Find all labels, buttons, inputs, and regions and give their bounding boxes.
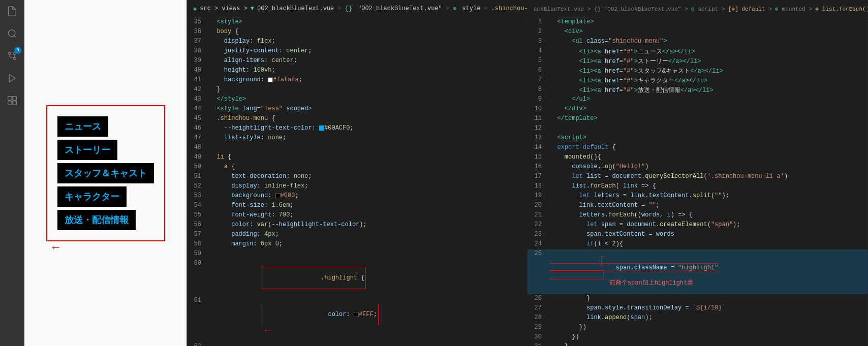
left-editor: ◈ src > views > ▼ 002_blackBlueText.vue … bbox=[187, 0, 528, 346]
menu-label-broadcast: 放送・配信情報 bbox=[65, 215, 129, 225]
table-row: 25 span.className = "highlight" 前两个span加… bbox=[528, 249, 867, 294]
right-code-area[interactable]: 1 <template> 2 <div> 3 <ul class="shinch… bbox=[528, 18, 867, 346]
svg-marker-4 bbox=[9, 75, 15, 82]
menu-item-broadcast: 放送・配信情報 bbox=[57, 210, 136, 230]
table-row: 4 <li><a href="#">ニュース</a></li> bbox=[528, 47, 867, 56]
table-row: 17 let list = document.querySelectorAll(… bbox=[528, 172, 867, 182]
svg-rect-5 bbox=[8, 97, 12, 101]
vue-icon: ◈ bbox=[193, 5, 197, 13]
right-editor-tab[interactable]: ackBlueText.vue > {} "002_blackBlueText.… bbox=[528, 0, 867, 18]
preview-area: ニュース ストーリー スタッフ＆キャスト キャラクター 放送・配信情報 ← bbox=[24, 0, 187, 346]
table-row: 9 </ul> bbox=[528, 95, 867, 105]
svg-rect-8 bbox=[13, 101, 17, 105]
table-row: 59 bbox=[187, 249, 527, 259]
table-row: 37 display: flex; bbox=[187, 37, 527, 47]
red-arrow-down: ← bbox=[52, 241, 59, 255]
menu-label-character: キャラクター bbox=[65, 192, 119, 202]
table-row: 23 span.textContent = words bbox=[528, 230, 867, 240]
table-row: 47 list-style: none; bbox=[187, 134, 527, 143]
left-tab-section: {} bbox=[345, 5, 352, 12]
left-tab-style: style bbox=[458, 5, 480, 12]
table-row: 20 link.textContent = ""; bbox=[528, 201, 867, 211]
table-row: 38 justify-content: center; bbox=[187, 47, 527, 56]
table-row: 58 margin: 6px 0; bbox=[187, 240, 527, 249]
left-tab-file: ▼ bbox=[251, 5, 254, 12]
menu-preview: ニュース ストーリー スタッフ＆キャスト キャラクター 放送・配信情報 ← bbox=[46, 105, 165, 241]
right-editor: ackBlueText.vue > {} "002_blackBlueText.… bbox=[528, 0, 868, 346]
menu-label-news: ニュース bbox=[65, 121, 101, 132]
table-row: 27 span.style.transitionDelay = `${i/10}… bbox=[528, 304, 867, 313]
table-row: 1 <template> bbox=[528, 18, 867, 27]
table-row: 2 <div> bbox=[528, 27, 867, 37]
table-row: 49 li { bbox=[187, 153, 527, 163]
table-row: 16 console.log("Hello!") bbox=[528, 163, 867, 172]
table-row: 56 color: var(--heightlight-text-color); bbox=[187, 221, 527, 230]
table-row: 3 <ul class="shinchou-menu"> bbox=[528, 37, 867, 47]
menu-item-news: ニュース bbox=[57, 116, 108, 137]
left-tab-filename: 002_blackBlueText.vue bbox=[257, 5, 334, 12]
table-row: 41 background: #fafafa; bbox=[187, 76, 527, 85]
run-icon[interactable] bbox=[5, 71, 19, 85]
table-row: 30 }) bbox=[528, 333, 867, 342]
table-row: 12 bbox=[528, 124, 867, 134]
breadcrumb-sep2: > bbox=[446, 5, 449, 12]
menu-item-character: キャラクター bbox=[57, 186, 127, 207]
table-row: 36 body { bbox=[187, 27, 527, 37]
table-row: 15 mounted(){ bbox=[528, 153, 867, 163]
table-row: 42 } bbox=[187, 85, 527, 95]
table-row: 21 letters.forEach((words, i) => { bbox=[528, 211, 867, 221]
table-row: 10 </div> bbox=[528, 105, 867, 114]
preview-panel: ニュース ストーリー スタッフ＆キャスト キャラクター 放送・配信情報 ← bbox=[24, 0, 187, 346]
table-row: 39 align-items: center; bbox=[187, 56, 527, 66]
table-row: 54 font-size: 1.6em; bbox=[187, 201, 527, 211]
table-row: 51 text-decoration: none; bbox=[187, 172, 527, 182]
table-row: 44 <style lang="less" scoped> bbox=[187, 105, 527, 114]
right-tab-path: ackBlueText.vue > {} "002_blackBlueText.… bbox=[534, 6, 867, 12]
breadcrumb-sep3: > bbox=[484, 5, 487, 12]
breadcrumb-sep1: > bbox=[337, 5, 341, 12]
table-row: 5 <li><a href="#">ストーリー</a></li> bbox=[528, 56, 867, 66]
table-row: 8 <li><a href="#">放送・配信情報</a></li> bbox=[528, 85, 867, 95]
table-row: 24 if(i < 2){ bbox=[528, 240, 867, 249]
table-row: 62 } bbox=[187, 342, 527, 346]
left-code-lines: 35 <style> 36 body { 37 display: flex; 3… bbox=[187, 18, 527, 346]
table-row: 6 <li><a href="#">スタッフ&キャスト</a></li> bbox=[528, 66, 867, 76]
table-row: 50 a { bbox=[187, 163, 527, 172]
menu-label-story: ストーリー bbox=[65, 145, 110, 155]
annotation-text: 前两个span加上highlight类 bbox=[609, 279, 694, 287]
table-row: 57 padding: 4px; bbox=[187, 230, 527, 240]
left-editor-tab[interactable]: ◈ src > views > ▼ 002_blackBlueText.vue … bbox=[187, 0, 527, 18]
source-control-icon[interactable]: 9 bbox=[5, 49, 19, 63]
menu-label-staff: スタッフ＆キャスト bbox=[65, 168, 147, 178]
search-icon[interactable] bbox=[5, 26, 19, 41]
table-row: 11 </template> bbox=[528, 114, 867, 124]
svg-point-2 bbox=[9, 52, 11, 55]
svg-point-0 bbox=[9, 30, 15, 37]
table-row: 22 let span = document.createElement("sp… bbox=[528, 221, 867, 230]
source-control-badge: 9 bbox=[14, 47, 21, 54]
table-row: 29 }) bbox=[528, 323, 867, 333]
svg-point-3 bbox=[14, 52, 16, 55]
files-icon[interactable] bbox=[5, 4, 19, 18]
table-row: 40 height: 100vh; bbox=[187, 66, 527, 76]
table-row: 28 link.append(span); bbox=[528, 313, 867, 323]
svg-rect-6 bbox=[13, 97, 17, 101]
left-tab-selector: .shinchou-menu bbox=[491, 5, 527, 12]
menu-item-staff: スタッフ＆キャスト bbox=[57, 163, 154, 183]
table-row: 35 <style> bbox=[187, 18, 527, 27]
table-row: 13 <script> bbox=[528, 134, 867, 143]
table-row: 61 color: #FFF; ← bbox=[187, 296, 527, 342]
table-row: 52 display: inline-flex; bbox=[187, 182, 527, 192]
table-row: 55 font-weight: 700; bbox=[187, 211, 527, 221]
table-row: 18 list.forEach( link => { bbox=[528, 182, 867, 192]
table-row: 53 background: #000; bbox=[187, 192, 527, 201]
table-row: 46 --heightlight-text-color: #00ACF0; bbox=[187, 124, 527, 134]
table-row: 26 } bbox=[528, 294, 867, 304]
menu-item-story: ストーリー bbox=[57, 140, 117, 160]
svg-rect-7 bbox=[8, 101, 12, 105]
editors-container: ◈ src > views > ▼ 002_blackBlueText.vue … bbox=[187, 0, 868, 346]
extensions-icon[interactable] bbox=[5, 93, 19, 108]
table-row: 19 let letters = link.textContent.split(… bbox=[528, 192, 867, 201]
table-row: 7 <li><a href="#">キャラクター</a></li> bbox=[528, 76, 867, 85]
left-code-area[interactable]: 35 <style> 36 body { 37 display: flex; 3… bbox=[187, 18, 527, 346]
